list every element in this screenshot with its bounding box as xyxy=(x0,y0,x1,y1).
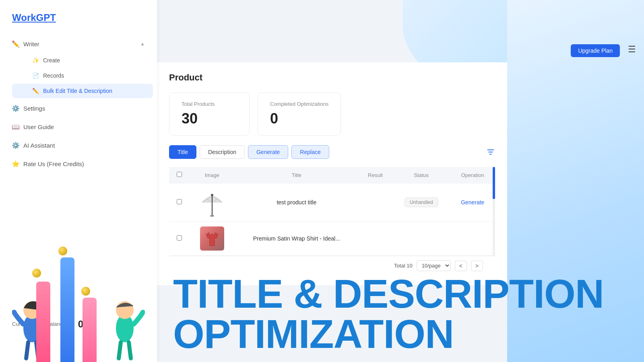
row1-generate-btn[interactable]: Generate xyxy=(461,199,484,206)
hamburger-icon: ☰ xyxy=(628,44,636,54)
stat-label-completed: Completed Optimizations xyxy=(270,101,328,107)
rate-label: Rate Us (Free Credits) xyxy=(23,160,84,167)
sidebar-item-create[interactable]: ✨ Create xyxy=(12,53,153,68)
stats-row: Total Products 30 Completed Optimization… xyxy=(169,93,495,136)
svg-point-9 xyxy=(211,194,213,196)
select-all-checkbox[interactable] xyxy=(177,172,182,177)
th-title: Title xyxy=(235,167,358,183)
stat-value-completed: 0 xyxy=(270,110,328,127)
stat-card-completed: Completed Optimizations 0 xyxy=(258,93,341,136)
sidebar-writer-label: Writer xyxy=(23,41,39,47)
sidebar-item-userguide[interactable]: 📖 User Guide xyxy=(0,118,157,135)
create-label: Create xyxy=(43,57,60,64)
table-row: test product title Unhandled Generate xyxy=(169,183,495,222)
sidebar-item-ai[interactable]: ⚙️ AI Assistant xyxy=(0,137,157,154)
row2-operation-cell xyxy=(450,222,495,256)
total-label: Total 10 xyxy=(394,263,413,269)
row1-title-cell: test product title xyxy=(235,183,358,222)
filter-icon xyxy=(486,148,495,156)
sidebar-section-ai: ⚙️ AI Assistant xyxy=(0,137,157,154)
stat-value-total: 30 xyxy=(182,110,237,127)
next-page-button[interactable]: > xyxy=(471,261,483,271)
th-result: Result xyxy=(358,167,392,183)
sidebar-logo: WorkGPT xyxy=(0,12,157,35)
rate-icon: ⭐ xyxy=(12,160,19,167)
app-logo[interactable]: WorkGPT xyxy=(12,12,56,23)
settings-label: Settings xyxy=(23,105,45,112)
row1-status-cell: Unhandled xyxy=(392,183,450,222)
ai-label: AI Assistant xyxy=(23,142,55,149)
generate-button[interactable]: Generate xyxy=(248,145,288,159)
page-area: Product Total Products 30 Completed Opti… xyxy=(157,62,507,285)
prev-page-button[interactable]: < xyxy=(455,261,467,271)
yellow-ball-2 xyxy=(58,247,67,255)
table-body: test product title Unhandled Generate xyxy=(169,183,495,256)
table-row: Premium Satin Wrap Shirt - Ideal... xyxy=(169,222,495,256)
sidebar-item-rate[interactable]: ⭐ Rate Us (Free Credits) xyxy=(0,155,157,172)
umbrella-svg xyxy=(200,188,224,216)
figure-right xyxy=(105,280,145,362)
writer-icon: ✏️ xyxy=(12,40,19,47)
sidebar-item-bulk-edit[interactable]: ✏️ Bulk Edit Title & Description xyxy=(12,84,153,98)
yellow-ball-3 xyxy=(81,287,90,296)
row1-checkbox[interactable] xyxy=(177,199,182,204)
row1-status-badge: Unhandled xyxy=(405,197,438,207)
replace-button[interactable]: Replace xyxy=(291,145,329,159)
table-container: Image Title Result Status Operation xyxy=(169,167,495,256)
stat-card-total-products: Total Products 30 xyxy=(169,93,250,136)
row2-checkbox-cell xyxy=(169,222,189,256)
th-checkbox xyxy=(169,167,189,183)
sidebar-item-settings[interactable]: ⚙️ Settings xyxy=(0,100,157,117)
row2-result-cell xyxy=(358,222,392,256)
row1-result-cell xyxy=(358,183,392,222)
row1-checkbox-cell xyxy=(169,183,189,222)
pagination-row: Total 10 10/page 20/page 50/page < > xyxy=(169,256,495,275)
row1-title: test product title xyxy=(277,199,316,206)
userguide-icon: 📖 xyxy=(12,123,19,130)
figure-right-svg xyxy=(105,280,145,360)
upgrade-plan-button[interactable]: Upgrade Plan xyxy=(571,44,620,57)
sidebar-item-records[interactable]: 📄 Records xyxy=(12,68,153,83)
action-row: Title Description Generate Replace xyxy=(169,145,495,159)
pink-bar-short xyxy=(83,298,97,362)
hamburger-button[interactable]: ☰ xyxy=(628,44,636,55)
yellow-ball-1 xyxy=(32,269,41,278)
chevron-up-icon: ▲ xyxy=(140,41,145,47)
filter-button[interactable] xyxy=(486,148,495,156)
blue-bar-tall xyxy=(60,257,74,362)
row2-status-cell xyxy=(392,222,450,256)
page-title: Product xyxy=(169,72,495,83)
th-operation: Operation xyxy=(450,167,495,183)
table-header-row: Image Title Result Status Operation xyxy=(169,167,495,183)
settings-icon: ⚙️ xyxy=(12,105,19,112)
bulk-edit-label: Bulk Edit Title & Description xyxy=(43,88,112,94)
bulk-edit-icon: ✏️ xyxy=(32,88,39,94)
tab-description[interactable]: Description xyxy=(200,145,245,159)
sidebar-section-rate: ⭐ Rate Us (Free Credits) xyxy=(0,155,157,172)
tab-title[interactable]: Title xyxy=(169,145,196,159)
row2-title-cell: Premium Satin Wrap Shirt - Ideal... xyxy=(235,222,358,256)
sidebar-section-userguide: 📖 User Guide xyxy=(0,118,157,135)
th-status: Status xyxy=(392,167,450,183)
row2-image-cell xyxy=(189,222,235,256)
userguide-label: User Guide xyxy=(23,123,54,130)
row2-checkbox[interactable] xyxy=(177,235,182,241)
th-image: Image xyxy=(189,167,235,183)
row1-operation-cell: Generate xyxy=(450,183,495,222)
records-label: Records xyxy=(43,72,64,79)
sidebar-sub-items-writer: ✨ Create 📄 Records ✏️ Bulk Edit Title & … xyxy=(0,53,157,98)
sidebar-item-writer[interactable]: ✏️ Writer ▲ xyxy=(0,35,157,52)
create-icon: ✨ xyxy=(32,57,39,64)
scrollbar-track xyxy=(493,167,495,256)
row1-image-cell xyxy=(189,183,235,222)
sidebar-section-settings: ⚙️ Settings xyxy=(0,100,157,117)
sidebar-section-writer: ✏️ Writer ▲ ✨ Create 📄 Records ✏️ Bulk E… xyxy=(0,35,157,98)
records-icon: 📄 xyxy=(32,72,39,79)
row2-title: Premium Satin Wrap Shirt - Ideal... xyxy=(253,235,340,242)
page-size-select[interactable]: 10/page 20/page 50/page xyxy=(417,260,451,271)
row2-image xyxy=(200,226,224,251)
row1-image xyxy=(196,188,229,216)
figures-area xyxy=(0,201,169,362)
scrollbar-thumb[interactable] xyxy=(493,167,495,199)
pink-bar-tall xyxy=(36,282,50,362)
